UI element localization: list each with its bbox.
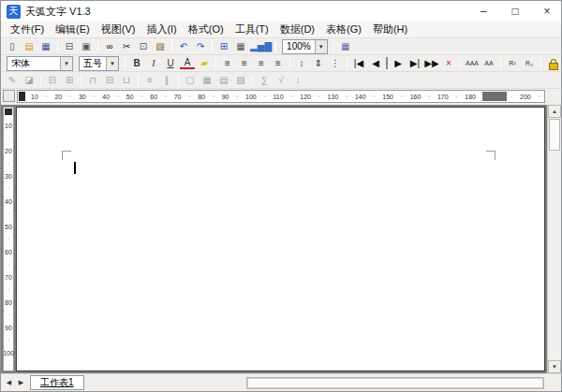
formula-icon[interactable]: √ [274, 73, 288, 87]
vertical-scroll-track[interactable] [548, 152, 561, 360]
menu-item-table[interactable]: 表格(G) [320, 22, 367, 37]
menu-item-view[interactable]: 视图(V) [96, 22, 141, 37]
highlight-icon[interactable]: ▰ [197, 56, 212, 70]
numbering-icon[interactable]: ⋮ [328, 56, 343, 70]
sheet-next-icon[interactable]: ▶ [15, 376, 27, 389]
symbol-bar-icon[interactable]: ▦ [338, 39, 353, 53]
vertical-scroll-thumb[interactable] [549, 119, 560, 151]
ruler-tick: · [7, 160, 9, 167]
font-name-combobox[interactable]: 宋体 ▼ [7, 56, 73, 71]
draw-table-icon[interactable]: ✎ [5, 73, 20, 87]
cell-align-bottom-icon[interactable]: ⊔ [119, 73, 134, 87]
undo-icon[interactable]: ↶ [176, 39, 191, 53]
inside-border-icon[interactable]: ▤ [216, 73, 231, 87]
distribute-rows-icon[interactable]: ≡ [142, 73, 157, 87]
align-left-icon[interactable]: ≡ [220, 56, 235, 70]
scroll-down-icon[interactable]: ▼ [548, 360, 561, 373]
formatting-toolbar: 宋体 ▼ 五号 ▼ BIUA▰≡≡≡≡↕⇕⋮|◀◀ ▶▶|▶▶×AAAAAR²R… [1, 55, 561, 72]
chevron-down-icon[interactable]: ▼ [315, 40, 327, 53]
copy-icon[interactable]: ⊡ [136, 39, 151, 53]
line-spacing-icon[interactable]: ↕ [294, 56, 309, 70]
char-spacing-icon[interactable]: AA [481, 56, 496, 70]
vertical-scrollbar[interactable]: ▲ ▼ [547, 105, 561, 373]
merge-cells-icon[interactable]: ⊟ [45, 73, 60, 87]
char-scale-icon[interactable]: AAA [465, 56, 480, 70]
font-size-combobox[interactable]: 五号 ▼ [79, 56, 119, 71]
menu-item-help[interactable]: 帮助(H) [367, 22, 413, 37]
superscript-icon[interactable]: R² [505, 56, 520, 70]
bold-icon[interactable]: B [129, 56, 144, 70]
align-justify-icon[interactable]: ≡ [271, 56, 286, 70]
menu-item-format[interactable]: 格式(O) [183, 22, 229, 37]
sort-icon[interactable]: ↕ [290, 73, 305, 87]
menu-item-insert[interactable]: 插入(I) [140, 22, 182, 37]
toolbar-separator [81, 75, 81, 86]
insert-chart-icon[interactable]: ▂▅▇ [250, 39, 272, 53]
formatting-toolbar-icons-a: BIUA▰≡≡≡≡↕⇕⋮|◀◀ [122, 56, 384, 70]
align-center-icon[interactable]: ≡ [237, 56, 252, 70]
toolbar-separator [333, 41, 334, 52]
record-delete-icon[interactable]: × [441, 56, 456, 70]
ruler-top-margin-marker [5, 109, 12, 115]
menu-item-tools[interactable]: 工具(T) [229, 22, 274, 37]
cell-align-middle-icon[interactable]: ⊟ [102, 73, 117, 87]
record-first-icon[interactable]: |◀ [351, 56, 366, 70]
sheet-prev-icon[interactable]: ◀ [3, 376, 15, 389]
chevron-down-icon[interactable]: ▼ [106, 57, 118, 70]
toolbar-separator [57, 41, 58, 52]
maximize-button[interactable]: □ [507, 4, 524, 19]
underline-icon[interactable]: U [163, 56, 178, 70]
align-right-icon[interactable]: ≡ [254, 56, 269, 70]
lock-icon[interactable] [545, 56, 560, 70]
menu-item-edit[interactable]: 编辑(E) [50, 22, 96, 37]
subscript-icon[interactable]: R₂ [522, 56, 537, 70]
minimize-button[interactable]: – [475, 4, 492, 19]
ruler-number: 170 [437, 94, 449, 100]
distribute-columns-icon[interactable]: ∥ [159, 73, 174, 87]
split-cells-icon[interactable]: ⊞ [62, 73, 77, 87]
eraser-icon[interactable]: ◪ [22, 73, 37, 87]
save-icon[interactable]: ▦ [38, 39, 53, 53]
document-page[interactable] [16, 107, 545, 371]
record-last-icon[interactable]: ▶| [407, 56, 422, 70]
shading-icon[interactable]: ▨ [233, 73, 248, 87]
italic-icon[interactable]: I [146, 56, 161, 70]
record-next-icon[interactable]: ▶ [391, 56, 406, 70]
paste-icon[interactable]: ▨ [153, 39, 168, 53]
cut-icon[interactable]: ✂ [119, 39, 134, 53]
zoom-combobox[interactable]: 100% ▼ [282, 39, 328, 54]
ruler-number: 100 [245, 94, 257, 100]
open-folder-icon[interactable]: ▤ [22, 39, 37, 53]
menu-item-data[interactable]: 数据(D) [274, 22, 320, 37]
all-borders-icon[interactable]: ▦ [200, 73, 214, 87]
record-new-icon[interactable]: ▶▶ [424, 56, 439, 70]
chevron-down-icon[interactable]: ▼ [60, 57, 72, 70]
new-document-icon[interactable]: ▯ [5, 39, 20, 53]
close-button[interactable]: × [539, 4, 555, 19]
sheet-tab[interactable]: 工作表1 [30, 375, 84, 390]
horizontal-scrollbar[interactable] [246, 377, 544, 389]
ruler-tick: · [140, 94, 142, 100]
insert-cells-icon[interactable]: ▦ [233, 39, 248, 53]
redo-icon[interactable]: ↷ [193, 39, 208, 53]
print-icon[interactable]: ⊟ [62, 39, 77, 53]
insert-table-icon[interactable]: ⊞ [216, 39, 231, 53]
sheet-bar: ◀ ▶ 工作表1 [1, 373, 561, 391]
autosum-icon[interactable]: ∑ [257, 73, 272, 87]
horizontal-scroll-thumb[interactable] [247, 378, 543, 388]
standard-toolbar-icons: ▯▤▦⊟▣∞✂⊡▨↶↷⊞▦▂▅▇ [4, 39, 279, 53]
cell-align-top-icon[interactable]: ⊓ [85, 73, 100, 87]
outside-border-icon[interactable]: ▢ [183, 73, 198, 87]
paragraph-spacing-icon[interactable]: ⇕ [311, 56, 326, 70]
font-color-icon[interactable]: A [180, 57, 195, 69]
record-number-input[interactable] [386, 57, 388, 69]
ruler-tick: · [346, 94, 348, 100]
ruler-number: 80 [5, 299, 12, 306]
print-preview-icon[interactable]: ▣ [79, 39, 94, 53]
find-icon[interactable]: ∞ [102, 39, 117, 53]
ruler-number: 70 [174, 94, 182, 100]
menu-item-file[interactable]: 文件(F) [5, 22, 50, 37]
record-prev-icon[interactable]: ◀ [368, 56, 383, 70]
scroll-up-icon[interactable]: ▲ [548, 105, 561, 118]
tab-stop-selector[interactable] [3, 90, 15, 102]
